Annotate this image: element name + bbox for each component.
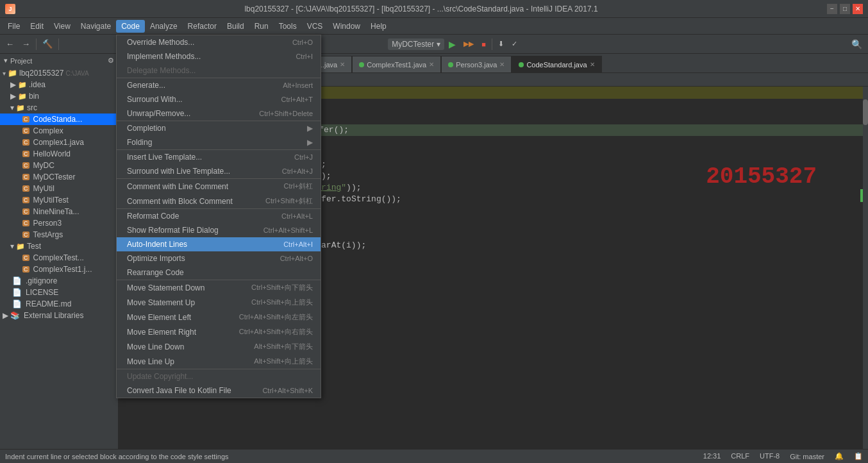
menu-item-run[interactable]: Run: [249, 20, 274, 33]
gutter-accent: [860, 189, 863, 202]
scroll-thumb[interactable]: [863, 99, 868, 125]
scroll-indicator[interactable]: [863, 87, 868, 449]
menu-item-refactor[interactable]: Refactor: [183, 20, 222, 33]
tree-item-test[interactable]: ▾ 📁 Test: [0, 240, 118, 252]
menu-item-completion[interactable]: Completion ▶: [117, 121, 321, 135]
tree-label: ComplexTest...: [33, 253, 84, 262]
menu-item-analyze[interactable]: Analyze: [145, 20, 183, 33]
menu-item-move-left[interactable]: Move Element Left Ctrl+Alt+Shift+向左箭头: [117, 310, 321, 324]
tree-item-myutiltest[interactable]: C MyUtilTest: [0, 194, 118, 206]
tree-item-testargs[interactable]: C TestArgs: [0, 229, 118, 240]
tree-item-complex1[interactable]: C Complex1.java: [0, 137, 118, 148]
tree-item-codestandard[interactable]: C CodeStanda...: [0, 114, 118, 125]
tree-item-complextest1[interactable]: C ComplexTest1.j...: [0, 264, 118, 275]
menu-item-label: Reformat Code: [127, 212, 271, 221]
run-button[interactable]: ▶: [446, 38, 459, 51]
menu-item-move-up[interactable]: Move Statement Up Ctrl+Shift+向上箭头: [117, 295, 321, 310]
menu-item-move-right[interactable]: Move Element Right Ctrl+Alt+Shift+向右箭头: [117, 324, 321, 339]
tree-item-bin[interactable]: ▶ 📁 bin: [0, 90, 118, 102]
tree-item-complex[interactable]: C Complex: [0, 125, 118, 137]
tree-item-readme[interactable]: 📄 README.md: [0, 298, 118, 310]
tab-close-codestandard[interactable]: ✕: [590, 61, 595, 68]
maximize-button[interactable]: □: [840, 4, 850, 14]
toolbar-separator-3: [492, 38, 492, 50]
tree-root[interactable]: ▾ 📁 lbq20155327 C:\JAVA: [0, 67, 118, 79]
event-log-icon[interactable]: 📋: [854, 452, 863, 460]
menu-item-unwrap[interactable]: Unwrap/Remove... Ctrl+Shift+Delete: [117, 106, 321, 121]
vcs-commit[interactable]: ✓: [508, 38, 521, 49]
menu-item-help[interactable]: Help: [365, 20, 392, 33]
tree-item-mydc[interactable]: C MyDC: [0, 160, 118, 171]
toolbar-forward[interactable]: →: [19, 38, 33, 50]
tab-dot-complextest1: [359, 62, 364, 67]
tab-close-complex1[interactable]: ✕: [340, 61, 345, 68]
tab-close-person3[interactable]: ✕: [499, 61, 505, 68]
tree-item-ninenineta[interactable]: C NineNineTa...: [0, 206, 118, 217]
menu-item-vcs[interactable]: VCS: [302, 20, 328, 33]
menu-item-comment-line[interactable]: Comment with Line Comment Ctrl+斜杠: [117, 179, 321, 194]
status-position[interactable]: 12:31: [703, 452, 721, 460]
menu-item-label: Surround with Live Template...: [127, 167, 272, 176]
menu-item-convert-kotlin[interactable]: Convert Java File to Kotlin File Ctrl+Al…: [117, 383, 321, 398]
sidebar-settings-icon[interactable]: ⚙: [108, 56, 114, 65]
notifications-icon[interactable]: 🔔: [835, 452, 844, 460]
menu-shortcut: Ctrl+Alt+O: [280, 255, 313, 262]
run-config-selector[interactable]: MyDCTester ▾: [388, 38, 444, 50]
vcs-update[interactable]: ⬇: [495, 38, 507, 49]
menu-item-build[interactable]: Build: [222, 20, 249, 33]
tab-close-complextest1[interactable]: ✕: [429, 61, 434, 68]
tree-item-complextest[interactable]: C ComplexTest...: [0, 252, 118, 264]
menu-shortcut: Ctrl+Alt+Shift+向左箭头: [239, 312, 313, 322]
menu-item-override[interactable]: Override Methods... Ctrl+O: [117, 35, 321, 49]
menu-item-edit[interactable]: Edit: [25, 20, 49, 33]
menu-item-label: Convert Java File to Kotlin File: [127, 386, 252, 395]
menu-item-file[interactable]: File: [3, 20, 25, 33]
menu-item-move-line-up[interactable]: Move Line Up Alt+Shift+向上箭头: [117, 354, 321, 369]
menu-item-comment-block[interactable]: Comment with Block Comment Ctrl+Shift+斜杠: [117, 194, 321, 208]
menu-shortcut: Ctrl+Alt+J: [282, 167, 313, 175]
menu-item-folding[interactable]: Folding ▶: [117, 135, 321, 149]
menu-item-optimize[interactable]: Optimize Imports Ctrl+Alt+O: [117, 251, 321, 265]
toolbar-build[interactable]: 🔨: [39, 38, 56, 50]
tree-item-license[interactable]: 📄 LICENSE: [0, 287, 118, 298]
menu-item-show-reformat[interactable]: Show Reformat File Dialog Ctrl+Alt+Shift…: [117, 223, 321, 237]
debug-button[interactable]: ▶▶: [460, 38, 477, 49]
stop-button[interactable]: ■: [478, 39, 489, 49]
menu-item-code[interactable]: Code: [116, 20, 145, 33]
menu-item-navigate[interactable]: Navigate: [76, 20, 116, 33]
title-bar: J lbq20155327 - [C:\JAVA\lbq20155327] - …: [0, 0, 868, 18]
menu-item-move-line-down[interactable]: Move Line Down Alt+Shift+向下箭头: [117, 339, 321, 354]
menu-item-generate[interactable]: Generate... Alt+Insert: [117, 78, 321, 92]
tree-item-myutil[interactable]: C MyUtil: [0, 183, 118, 194]
menu-item-surround-live[interactable]: Surround with Live Template... Ctrl+Alt+…: [117, 164, 321, 178]
tab-codestandard[interactable]: CodeStandard.java ✕: [512, 56, 601, 72]
menu-item-window[interactable]: Window: [328, 20, 365, 33]
menu-item-reformat[interactable]: Reformat Code Ctrl+Alt+L: [117, 209, 321, 223]
tab-person3[interactable]: Person3.java ✕: [441, 56, 512, 72]
status-vcs[interactable]: Git: master: [790, 452, 824, 460]
menu-item-view[interactable]: View: [49, 20, 76, 33]
menu-item-move-down[interactable]: Move Statement Down Ctrl+Shift+向下箭头: [117, 280, 321, 295]
menu-item-implement[interactable]: Implement Methods... Ctrl+I: [117, 49, 321, 63]
menu-item-rearrange[interactable]: Rearrange Code: [117, 265, 321, 280]
search-everywhere[interactable]: 🔍: [848, 38, 865, 51]
tree-item-helloworld[interactable]: C HelloWorld: [0, 148, 118, 160]
menu-item-insert-live[interactable]: Insert Live Template... Ctrl+J: [117, 150, 321, 164]
tab-complextest1[interactable]: ComplexTest1.java ✕: [352, 56, 441, 72]
minimize-button[interactable]: −: [827, 4, 837, 14]
tree-item-src[interactable]: ▾ 📁 src: [0, 102, 118, 114]
status-line-ending[interactable]: CRLF: [731, 452, 749, 460]
toolbar-back[interactable]: ←: [3, 38, 17, 50]
tree-item-mydctester[interactable]: C MyDCTester: [0, 171, 118, 183]
tree-item-external[interactable]: ▶ 📚 External Libraries: [0, 310, 118, 321]
status-charset[interactable]: UTF-8: [760, 452, 780, 460]
tree-item-gitignore[interactable]: 📄 .gitignore: [0, 275, 118, 287]
tree-label: External Libraries: [24, 311, 83, 320]
menu-item-auto-indent[interactable]: Auto-Indent Lines Ctrl+Alt+I: [117, 237, 321, 251]
tree-item-idea[interactable]: ▶ 📁 .idea: [0, 79, 118, 90]
menu-item-tools[interactable]: Tools: [274, 20, 302, 33]
tab-dot-codestandard: [519, 62, 524, 67]
tree-item-person3[interactable]: C Person3: [0, 217, 118, 229]
close-button[interactable]: ✕: [853, 4, 863, 14]
menu-item-surround[interactable]: Surround With... Ctrl+Alt+T: [117, 92, 321, 106]
